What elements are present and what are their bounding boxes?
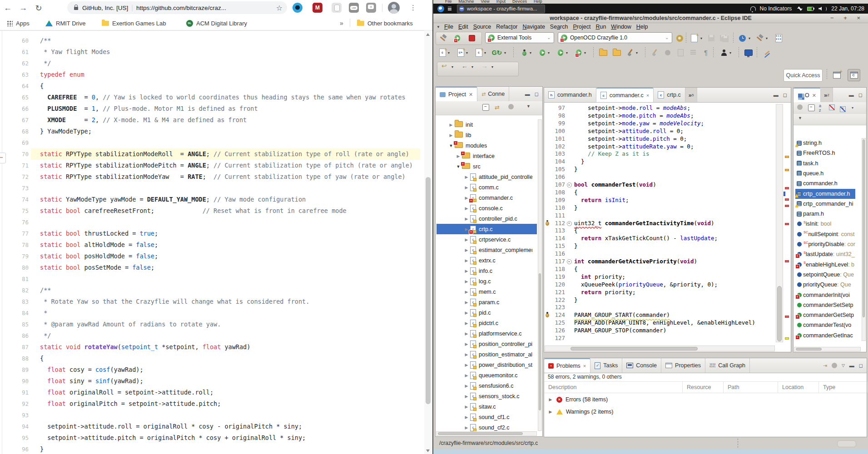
maximize-icon[interactable]: ◻ — [783, 92, 787, 98]
menu-edit[interactable]: Edit — [458, 24, 468, 30]
other-bookmarks[interactable]: Other bookmarks — [357, 18, 413, 28]
line-number[interactable]: 86 — [0, 330, 29, 341]
outline-item-queue-h[interactable]: queue.h — [795, 168, 855, 178]
stop-icon[interactable] — [466, 33, 477, 44]
maximize-icon[interactable]: ◻ — [858, 92, 863, 98]
line-number[interactable]: 88 — [0, 353, 29, 364]
tree-item-pidctrl-c[interactable]: ▶cpidctrl.c — [436, 318, 532, 328]
save-icon[interactable] — [706, 33, 717, 44]
tree-item-modules[interactable]: ▼modules — [436, 140, 532, 151]
tab-call-graph[interactable]: 1010 0101Call Graph — [705, 358, 750, 373]
bug-marker-icon[interactable] — [545, 312, 550, 317]
editor-vscrollbar[interactable] — [776, 104, 783, 342]
c-cpp-perspective-icon[interactable] — [848, 69, 860, 81]
network-arrows-icon[interactable] — [797, 6, 803, 11]
column-header-path[interactable]: Path — [724, 382, 778, 393]
tree-item-position_estimator_al[interactable]: ▶cposition_estimator_al — [436, 349, 532, 360]
column-header-type[interactable]: Type — [819, 382, 868, 393]
reload-icon[interactable]: ↻ — [31, 3, 46, 13]
minimize-icon[interactable]: ▬ — [525, 91, 530, 97]
line-number[interactable]: 76 — [0, 217, 29, 228]
line-number[interactable]: 63 — [0, 69, 29, 80]
outline-item-commanderGetSetp[interactable]: commanderGetSetp — [795, 310, 855, 320]
view-menu-icon[interactable]: ▽ — [842, 363, 845, 368]
filter-icon[interactable]: ⇥ — [823, 363, 827, 369]
maximize-icon[interactable]: ◻ — [859, 363, 863, 369]
menu-search[interactable]: Search — [550, 24, 568, 30]
address-bar[interactable]: GitHub, Inc. [US] | https://github.com/b… — [67, 1, 287, 14]
new-c-file-icon[interactable]: c — [437, 47, 448, 58]
battery-icon[interactable] — [807, 7, 813, 11]
outline-item-commander-h[interactable]: commander.h — [795, 178, 855, 188]
line-number[interactable]: 64 — [0, 80, 29, 92]
window-controls[interactable]: − + × — [830, 14, 864, 23]
line-number[interactable]: 67 — [0, 114, 29, 126]
scrollbar-thumb[interactable] — [426, 177, 431, 404]
save-all-icon[interactable] — [719, 33, 729, 44]
line-number[interactable]: 60 — [0, 35, 29, 46]
collapse-all-icon[interactable] — [808, 104, 815, 113]
line-number[interactable]: 66 — [0, 103, 29, 114]
ruler-marker[interactable] — [785, 198, 789, 201]
line-number[interactable]: 81 — [0, 273, 29, 285]
tree-item-sitaw-c[interactable]: ▶csitaw.c — [436, 401, 532, 412]
last-edit-icon[interactable] — [688, 47, 699, 58]
launch-config-combo[interactable]: OpenOCD Crazyflie 1.0 ⌄ — [558, 32, 672, 43]
outline-item-isInit[interactable]: SisInit : bool — [795, 219, 855, 229]
line-number[interactable]: 77 — [0, 228, 29, 239]
minimize-icon[interactable]: ▬ — [774, 92, 779, 98]
line-number[interactable]: 78 — [0, 239, 29, 251]
tree-item-src[interactable]: ▼src — [436, 161, 532, 172]
forward-history-icon[interactable]: → — [481, 62, 488, 69]
tree-item-extrx-c[interactable]: ▶cextrx.c — [436, 255, 532, 266]
bookmark-rmit-drive[interactable]: RMIT Drive — [45, 18, 85, 28]
tree-item-power_distribution_st[interactable]: ▶cpower_distribution_st — [436, 360, 532, 370]
outline-item-priorityDisable[interactable]: SCpriorityDisable : cor — [795, 239, 855, 249]
view-menu-icon[interactable]: ▼ — [526, 104, 531, 109]
close-icon[interactable]: × — [583, 363, 586, 369]
chat-extension-icon[interactable] — [366, 3, 376, 13]
open-folder-icon[interactable] — [598, 47, 609, 58]
remote-monitor-icon[interactable] — [743, 47, 754, 58]
tree-item-sound_cf1-c[interactable]: ▶csound_cf1.c — [436, 412, 532, 422]
tree-item-param-c[interactable]: ▶cparam.c — [436, 297, 532, 307]
editor-tab-crtp.c[interactable]: ccrtp.c — [654, 88, 685, 102]
tab-console[interactable]: Console — [622, 358, 661, 373]
refresh-icon[interactable]: G↻ — [491, 47, 502, 58]
tree-item-queuemonitor-c[interactable]: ▶cqueuemonitor.c — [436, 370, 532, 380]
tab-properties[interactable]: Properties — [661, 358, 705, 373]
line-number[interactable]: 89 — [0, 364, 29, 375]
outline-item-priorityQueue[interactable]: priorityQueue : Que — [795, 280, 855, 290]
run-last-icon[interactable] — [452, 33, 463, 44]
last-edit-location-icon[interactable]: ↩ — [441, 62, 447, 69]
outline-item-crtp_commander_hi[interactable]: crtp_commander_hi — [795, 199, 855, 209]
column-header-description[interactable]: Description — [544, 382, 683, 393]
problems-row-warning[interactable]: ▶Warnings (2 items) — [544, 406, 867, 418]
toggle-mark-icon[interactable] — [662, 47, 673, 58]
toggle-edit-icon[interactable] — [761, 47, 772, 58]
bookmark-star-icon[interactable]: ☆ — [276, 4, 283, 12]
bookmark-acm-digital-library[interactable]: DL ACM Digital Library — [186, 18, 247, 28]
tree-item-crtpservice-c[interactable]: ▶ccrtpservice.c — [436, 234, 532, 245]
view-menu-icon[interactable]: ▼ — [798, 116, 802, 120]
tree-item-log-c[interactable]: ▶clog.c — [436, 276, 532, 286]
editor-tab-overflow[interactable]: »5 — [685, 88, 698, 102]
bookmark-apps[interactable]: Apps — [6, 18, 30, 28]
line-number[interactable]: 73 — [0, 183, 29, 194]
build-hammer-icon[interactable] — [437, 33, 448, 44]
outline-item-lastUpdate[interactable]: SlastUpdate : uint32_ — [795, 249, 855, 259]
outline-item-string-h[interactable]: string.h — [795, 138, 855, 148]
close-icon[interactable]: ✕ — [812, 93, 816, 99]
minimize-icon[interactable]: ▬ — [849, 363, 854, 368]
maximize-icon[interactable]: ◻ — [535, 91, 539, 97]
outline-hscrollbar[interactable] — [794, 347, 861, 351]
menu-source[interactable]: Source — [473, 24, 491, 30]
back-icon[interactable]: ← — [0, 3, 15, 13]
tree-item-sensors_stock-c[interactable]: ▶csensors_stock.c — [436, 391, 532, 401]
tree-item-crtp-c[interactable]: ▶ccrtp.c — [436, 224, 537, 234]
outline-vscrollbar[interactable] — [862, 138, 866, 341]
outline-item-param-h[interactable]: param.h — [795, 209, 855, 219]
line-number[interactable]: 82 — [0, 285, 29, 296]
tree-item-position_controller_pi[interactable]: ▶cposition_controller_pi — [436, 339, 532, 349]
line-number[interactable]: 83 — [0, 296, 29, 307]
